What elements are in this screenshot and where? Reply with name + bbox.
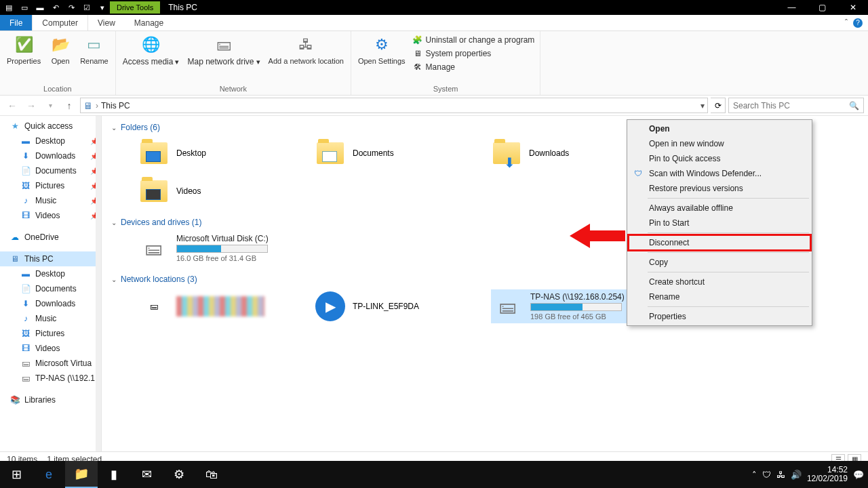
annotation-arrow [570,221,625,251]
context-open-new-window[interactable]: Open in new window [629,136,810,151]
manage-button[interactable]: 🛠Manage [410,61,538,73]
search-input[interactable] [733,101,849,110]
sidebar-pc-pictures[interactable]: 🖼Pictures [0,326,101,341]
tab-manage[interactable]: Manage [125,15,173,30]
tray-volume-icon[interactable]: 🔊 [791,470,802,480]
sidebar-downloads[interactable]: ⬇Downloads📌 [0,148,101,163]
context-properties[interactable]: Properties [629,309,810,324]
help-icon[interactable]: ? [853,18,863,28]
sidebar-pc-desktop[interactable]: ▬Desktop [0,266,101,281]
tray-security-icon[interactable]: 🛡 [762,470,771,480]
sidebar-pc-videos[interactable]: 🎞Videos [0,341,101,356]
sidebar-libraries[interactable]: 📚Libraries [0,392,101,407]
taskbar-explorer[interactable]: 📁 [65,461,98,488]
map-network-drive-button[interactable]: 🖴Map network drive ▾ [183,33,264,68]
open-settings-button[interactable]: ⚙Open Settings [354,33,410,67]
up-button[interactable]: ↑ [61,98,77,114]
collapse-ribbon-icon[interactable]: ˆ [845,18,848,28]
breadcrumb[interactable]: This PC [101,101,130,110]
qat-new-folder-icon[interactable]: ▬ [33,1,47,14]
tab-view[interactable]: View [88,15,125,30]
tray-network-icon[interactable]: 🖧 [776,470,785,480]
sidebar-pc-documents[interactable]: 📄Documents [0,281,101,296]
window-title: This PC [160,1,205,14]
tab-computer[interactable]: Computer [32,15,88,30]
this-pc-icon: 🖥 [83,100,93,111]
sidebar-scrollbar[interactable] [96,116,101,451]
taskbar-terminal[interactable]: ▮ [98,461,130,488]
sidebar-onedrive[interactable]: ☁OneDrive [0,230,101,245]
uninstall-program-button[interactable]: 🧩Uninstall or change a program [410,34,538,46]
recent-dropdown[interactable]: ▾ [42,98,58,114]
context-open[interactable]: Open [629,121,810,136]
sidebar-this-pc[interactable]: 🖥This PC [0,251,101,266]
context-menu: Open Open in new window Pin to Quick acc… [627,119,812,326]
close-button[interactable]: ✕ [837,0,868,15]
navigation-pane: ★Quick access ▬Desktop📌 ⬇Downloads📌 📄Doc… [0,116,102,451]
tab-file[interactable]: File [0,15,32,30]
shield-icon: 🛡 [633,168,644,179]
system-menu-icon[interactable]: ▤ [1,1,16,14]
forward-button[interactable]: → [23,98,39,114]
chevron-down-icon: ⌄ [111,124,117,131]
sidebar-tp-nas[interactable]: 🖴TP-NAS (\\192.1 [0,371,101,386]
sidebar-quick-access[interactable]: ★Quick access [0,119,101,134]
sidebar-pc-downloads[interactable]: ⬇Downloads [0,296,101,311]
search-icon[interactable]: 🔍 [849,101,859,110]
qat-delete-icon[interactable]: ☑ [79,1,94,14]
sidebar-pictures[interactable]: 🖼Pictures📌 [0,178,101,193]
context-scan-defender[interactable]: 🛡Scan with Windows Defender... [629,166,810,181]
tray-overflow-icon[interactable]: ˄ [752,470,757,480]
taskbar-edge[interactable]: e [33,461,65,488]
taskbar-store[interactable]: 🛍 [195,461,228,488]
sidebar-videos[interactable]: 🎞Videos📌 [0,208,101,223]
ribbon-body: ✅Properties 📂Open ▭Rename Location 🌐Acce… [0,31,868,96]
network-media-device[interactable]: ▶ TP-LINK_E5F9DA [315,289,471,323]
sidebar-virtual-disk[interactable]: 🖴Microsoft Virtua [0,356,101,371]
context-restore-versions[interactable]: Restore previous versions [629,181,810,196]
qat-undo-icon[interactable]: ↶ [48,1,63,14]
start-button[interactable]: ⊞ [0,461,33,488]
maximize-button[interactable]: ▢ [807,0,837,15]
network-location-1[interactable]: 🖴 [138,289,294,323]
context-always-offline[interactable]: Always available offline [629,201,810,216]
open-button[interactable]: 📂Open [45,33,76,67]
address-dropdown-icon[interactable]: ▾ [701,101,705,110]
system-properties-button[interactable]: 🖥System properties [410,47,538,60]
qat-dropdown-icon[interactable]: ▾ [95,1,110,14]
context-disconnect[interactable]: Disconnect [629,235,810,250]
address-bar[interactable]: 🖥 › This PC ▾ [80,98,708,113]
folder-videos[interactable]: Videos [138,176,294,207]
drive-c[interactable]: 🖴 Microsoft Virtual Disk (C:) 16.0 GB fr… [138,232,308,264]
tray-notifications-icon[interactable]: 💬 [853,470,864,480]
sidebar-documents[interactable]: 📄Documents📌 [0,163,101,178]
context-pin-start[interactable]: Pin to Start [629,216,810,230]
folder-downloads[interactable]: ⬇Downloads [491,138,647,169]
taskbar-mail[interactable]: ✉ [130,461,163,488]
drive-usage-bar [530,303,622,311]
sidebar-pc-music[interactable]: ♪Music [0,311,101,326]
context-rename[interactable]: Rename [629,289,810,304]
rename-button[interactable]: ▭Rename [76,33,113,67]
minimize-button[interactable]: — [776,0,807,15]
tray-clock[interactable]: 14:52 12/02/2019 [807,466,848,483]
refresh-button[interactable]: ⟳ [711,98,726,113]
context-copy[interactable]: Copy [629,255,810,270]
taskbar-settings[interactable]: ⚙ [163,461,195,488]
back-button[interactable]: ← [4,98,20,114]
search-box[interactable]: 🔍 [728,98,864,113]
folder-documents[interactable]: Documents [315,138,471,169]
access-media-button[interactable]: 🌐Access media ▾ [119,33,184,68]
add-network-location-button[interactable]: 🖧Add a network location [264,33,348,67]
context-create-shortcut[interactable]: Create shortcut [629,274,810,289]
sidebar-music[interactable]: ♪Music📌 [0,193,101,208]
title-bar: ▤ ▭ ▬ ↶ ↷ ☑ ▾ Drive Tools This PC — ▢ ✕ [0,0,868,15]
ribbon-group-location: Location [3,83,113,94]
context-pin-quick-access[interactable]: Pin to Quick access [629,151,810,166]
drive-usage-bar [176,245,268,253]
folder-desktop[interactable]: Desktop [138,138,294,169]
sidebar-desktop[interactable]: ▬Desktop📌 [0,134,101,148]
qat-properties-icon[interactable]: ▭ [17,1,32,14]
properties-button[interactable]: ✅Properties [3,33,45,67]
qat-redo-icon[interactable]: ↷ [64,1,79,14]
